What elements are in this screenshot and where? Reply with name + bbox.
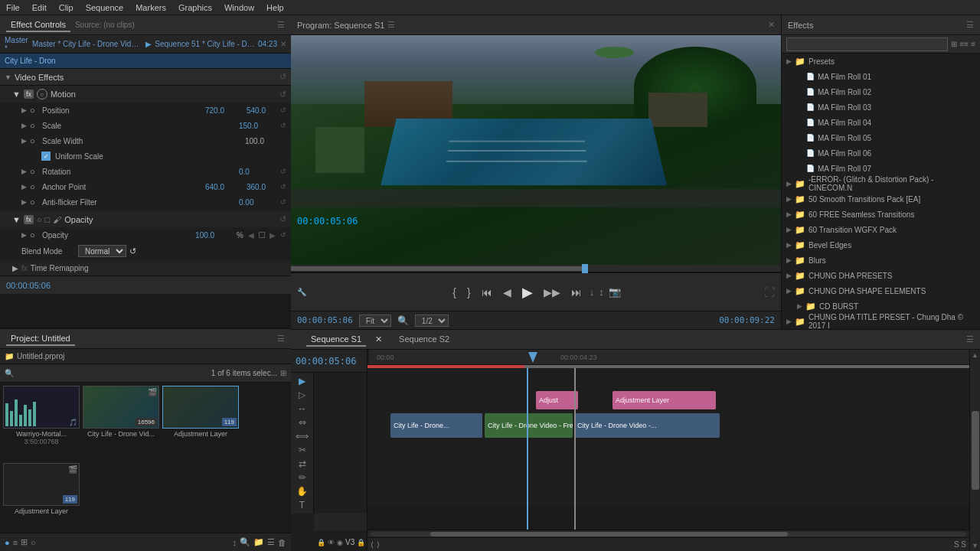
folder-item-14[interactable]: ▶ 📁 CHUNG DHA SHAPE ELEMENTS (782, 283, 980, 298)
adjustment-layer-clip[interactable]: Adjustment Layer (612, 391, 716, 409)
anti-flicker-expand-icon[interactable]: ▶ (21, 198, 27, 206)
project-search-input[interactable] (17, 367, 208, 379)
menu-file[interactable]: File (6, 3, 20, 12)
preset-item-6[interactable]: 📄 MA Film Roll 07 (782, 161, 980, 176)
step-fwd-btn[interactable]: ▶▶ (541, 285, 564, 300)
scale-expand-icon[interactable]: ▶ (21, 122, 27, 129)
position-reset-icon[interactable]: ↺ (280, 106, 286, 114)
preset-item-5[interactable]: 📄 MA Film Roll 06 (782, 145, 980, 161)
go-to-out-btn[interactable]: ⏭ (568, 285, 585, 300)
overwrite-btn[interactable]: ↕ (599, 286, 604, 298)
rolling-edit-icon[interactable]: ⇔ (299, 417, 306, 428)
time-remapping-row[interactable]: ▶ fx Time Remapping (0, 260, 291, 276)
timeline-scrollbar[interactable] (368, 530, 969, 537)
scale-value[interactable]: 150.0 (239, 122, 277, 130)
panel-menu-icon[interactable]: ☰ (277, 20, 285, 30)
rotation-reset-icon[interactable]: ↺ (280, 168, 286, 175)
project-item-layer1[interactable]: 119 Adjustment Layer (162, 386, 239, 460)
zoom-icon[interactable]: 🔍 (397, 315, 409, 326)
opacity-group-reset[interactable]: ↺ (279, 214, 286, 224)
effects-icon3[interactable]: ≡ (971, 40, 975, 48)
ratio-dropdown[interactable]: 1/2 (415, 315, 449, 327)
project-menu-icon[interactable]: ☰ (277, 334, 285, 344)
folder-item-11[interactable]: ▶ 📁 Bevel Edges (782, 237, 980, 253)
search-proj-icon[interactable]: 🔍 (240, 537, 250, 547)
v3-lock-icon[interactable]: 🔒 (317, 539, 325, 546)
motion-group-header[interactable]: ▼ fx ○ Motion ↺ (0, 86, 291, 103)
preview-current-time[interactable]: 00:00:05:06 (297, 315, 353, 325)
scroll-down-icon[interactable]: ▼ (972, 542, 978, 549)
fit-dropdown[interactable]: Fit (359, 315, 391, 327)
sort-icon[interactable]: ↕ (233, 538, 237, 547)
scrubber-bar[interactable] (291, 265, 781, 272)
list-view-icon[interactable]: ≡ (13, 538, 18, 547)
effects-search-input[interactable] (786, 37, 948, 51)
v-scrollbar-thumb[interactable] (972, 411, 979, 491)
anchor-reset-icon[interactable]: ↺ (280, 183, 286, 191)
slip-tool-icon[interactable]: ⇄ (299, 458, 306, 469)
effects-icon1[interactable]: ⊞ (951, 40, 957, 48)
blend-mode-select[interactable]: Normal (78, 245, 126, 257)
folder-item-7[interactable]: ▶ 📁 -ERROR- (Glitch & Distortion Pack) -… (782, 176, 980, 191)
project-item-audio[interactable]: 🎵 Warriyo-Mortal... 3:50:00768 (3, 386, 80, 460)
icon-view-icon[interactable]: ⊞ (21, 537, 28, 547)
keyframe-left-icon[interactable]: ◀ (248, 231, 254, 240)
drone-clip-2[interactable]: City Life - Drone Video - Free... (485, 413, 573, 438)
anti-flicker-value[interactable]: 0.00 (239, 198, 277, 207)
export-btn[interactable]: 📷 (609, 286, 621, 298)
new-item-proj-icon[interactable]: ☰ (267, 537, 275, 547)
menu-markers[interactable]: Markers (136, 3, 166, 12)
anchor-point-expand-icon[interactable]: ▶ (21, 183, 27, 191)
delete-proj-icon[interactable]: 🗑 (278, 538, 286, 547)
rotation-expand-icon[interactable]: ▶ (21, 168, 27, 175)
program-header-menu[interactable]: ☰ (387, 20, 395, 30)
folder-item-13[interactable]: ▶ 📁 CHUNG DHA PRESETS (782, 268, 980, 283)
hand-tool-icon[interactable]: ✋ (296, 486, 308, 497)
anchor-y-value[interactable]: 360.0 (247, 183, 277, 191)
razor-tool-icon[interactable]: ✂ (299, 445, 306, 455)
step-back-btn[interactable]: ◀ (500, 285, 514, 300)
keyframe-right-icon[interactable]: ▶ (270, 231, 276, 240)
keyframe-diamond-icon[interactable] (259, 232, 265, 238)
menu-window[interactable]: Window (224, 3, 254, 12)
new-bin-icon[interactable]: ● (5, 538, 10, 547)
folder-item-16[interactable]: ▶ 📁 CHUNG DHA TITLE PRESET - Chung Dha ©… (782, 314, 980, 329)
mark-out-btn[interactable]: } (464, 285, 474, 300)
track-select-icon[interactable]: ▷ (299, 390, 305, 400)
folder-item-10[interactable]: ▶ 📁 60 Transition WGFX Pack (782, 222, 980, 237)
folder-item-12[interactable]: ▶ 📁 Blurs (782, 253, 980, 268)
program-header-close[interactable]: ✕ (768, 20, 775, 30)
fullscreen-btn[interactable]: ⛶ (764, 286, 775, 298)
sequence2-tab[interactable]: Sequence S2 (394, 333, 454, 347)
timecode-input[interactable]: 04:23 (258, 40, 277, 48)
motion-reset-icon[interactable]: ↺ (279, 90, 286, 99)
menu-help[interactable]: Help (266, 3, 284, 12)
project-view-icon[interactable]: ⊞ (280, 369, 286, 377)
adjust-clip[interactable]: Adjust (536, 391, 578, 409)
anchor-x-value[interactable]: 640.0 (205, 183, 243, 191)
rotation-value[interactable]: 0.0 (239, 168, 277, 176)
position-y-value[interactable]: 540.0 (247, 106, 277, 115)
scale-width-expand-icon[interactable]: ▶ (21, 137, 27, 145)
project-item-layer2[interactable]: 119 🎬 Adjustment Layer (3, 463, 80, 530)
position-x-value[interactable]: 720.0 (205, 106, 243, 115)
go-to-in-btn[interactable]: ⏮ (479, 285, 495, 300)
project-item-video[interactable]: 16596 🎬 City Life - Drone Vid... (83, 386, 159, 460)
wrench-icon[interactable]: 🔧 (297, 288, 306, 296)
v3-source-icon[interactable]: ◉ (337, 539, 343, 546)
select-tool-icon[interactable]: ▶ (299, 376, 305, 386)
timeline-in-icon[interactable]: ⟨ (371, 540, 374, 549)
menu-edit[interactable]: Edit (32, 3, 47, 12)
preset-item-4[interactable]: 📄 MA Film Roll 05 (782, 130, 980, 145)
scrollbar-thumb[interactable] (430, 532, 788, 536)
drone-clip-1[interactable]: City Life - Drone... (390, 413, 482, 438)
drone-clip-3[interactable]: City Life - Drone Video -... (574, 413, 720, 438)
v3-icon1[interactable]: 🔒 (357, 539, 365, 546)
v3-eye-icon[interactable]: 👁 (328, 539, 335, 546)
sequence-label[interactable]: Master * City Life - Drone Video - F... (32, 40, 139, 48)
video-effects-header[interactable]: ▼ Video Effects ↺ (0, 69, 291, 86)
blend-mode-reset[interactable]: ↺ (129, 246, 136, 256)
type-tool-icon[interactable]: T (299, 500, 305, 510)
folder-item-9[interactable]: ▶ 📁 60 FREE Seamless Transitions (782, 207, 980, 222)
preset-item-2[interactable]: 📄 MA Film Roll 03 (782, 99, 980, 115)
